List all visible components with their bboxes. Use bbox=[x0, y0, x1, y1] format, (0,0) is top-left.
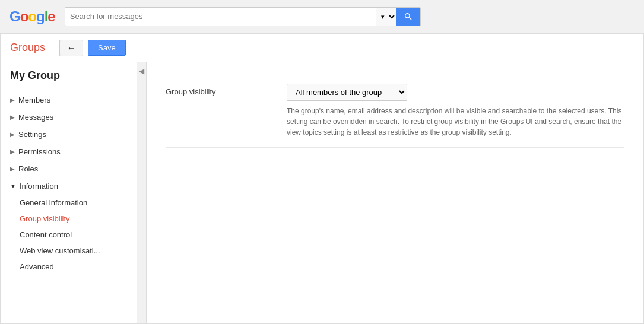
sidebar-item-messages[interactable]: ▶ Messages bbox=[1, 109, 137, 126]
chevron-right-icon: ▶ bbox=[10, 114, 15, 120]
subitem-label: Group visibility bbox=[20, 214, 70, 223]
sidebar-item-members[interactable]: ▶ Members bbox=[1, 91, 137, 109]
sidebar-subitem-web-view[interactable]: Web view customisati... bbox=[1, 243, 137, 259]
app-title: Groups bbox=[10, 42, 45, 54]
save-button[interactable]: Save bbox=[88, 40, 126, 56]
content-area: My Group ▶ Members ▶ Messages ▶ Settings… bbox=[1, 62, 643, 323]
search-input[interactable] bbox=[65, 8, 376, 26]
setting-control: All members of the group All organizatio… bbox=[287, 84, 624, 138]
subitem-label: Content control bbox=[20, 230, 72, 239]
setting-label: Group visibility bbox=[166, 84, 272, 96]
sidebar-item-label: Messages bbox=[18, 113, 53, 122]
sidebar-subitem-group-visibility[interactable]: Group visibility bbox=[1, 211, 137, 227]
subitem-label: Web view customisati... bbox=[20, 246, 100, 255]
group-name: My Group bbox=[1, 62, 137, 91]
sidebar-subitem-content-control[interactable]: Content control bbox=[1, 227, 137, 243]
sidebar-collapse-toggle[interactable]: ◀ bbox=[137, 62, 147, 323]
chevron-right-icon: ▶ bbox=[10, 166, 15, 172]
search-icon bbox=[404, 12, 413, 21]
sidebar-item-settings[interactable]: ▶ Settings bbox=[1, 126, 137, 143]
search-dropdown[interactable]: ▾ bbox=[376, 8, 396, 26]
sidebar-subitem-general-information[interactable]: General information bbox=[1, 195, 137, 211]
sidebar-item-permissions[interactable]: ▶ Permissions bbox=[1, 143, 137, 160]
group-visibility-row: Group visibility All members of the grou… bbox=[166, 74, 624, 148]
sidebar: My Group ▶ Members ▶ Messages ▶ Settings… bbox=[1, 62, 137, 323]
google-logo: Google bbox=[9, 8, 55, 25]
toolbar: Groups ← Save bbox=[1, 34, 643, 62]
main-container: Groups ← Save My Group ▶ Members ▶ Messa… bbox=[0, 33, 644, 324]
collapse-icon: ◀ bbox=[139, 67, 144, 75]
chevron-right-icon: ▶ bbox=[10, 148, 15, 155]
group-visibility-dropdown[interactable]: All members of the group All organizatio… bbox=[287, 84, 407, 101]
subitem-label: Advanced bbox=[20, 262, 54, 271]
top-bar: Google ▾ bbox=[0, 0, 644, 33]
sidebar-item-label: Roles bbox=[18, 164, 38, 173]
sidebar-item-roles[interactable]: ▶ Roles bbox=[1, 160, 137, 177]
subitem-label: General information bbox=[20, 198, 87, 207]
sidebar-item-label: Permissions bbox=[18, 147, 61, 156]
sidebar-subitem-advanced[interactable]: Advanced bbox=[1, 259, 137, 275]
main-panel: Group visibility All members of the grou… bbox=[147, 62, 643, 323]
sidebar-item-label: Members bbox=[18, 96, 50, 104]
search-bar: ▾ bbox=[65, 7, 421, 26]
sidebar-item-label: Information bbox=[20, 182, 58, 190]
chevron-down-icon: ▼ bbox=[10, 183, 16, 189]
chevron-right-icon: ▶ bbox=[10, 131, 15, 138]
sidebar-item-information[interactable]: ▼ Information bbox=[1, 177, 137, 195]
sidebar-item-label: Settings bbox=[18, 130, 46, 139]
setting-description: The group's name, email address and desc… bbox=[287, 106, 624, 138]
settings-section: Group visibility All members of the grou… bbox=[147, 62, 643, 160]
back-button[interactable]: ← bbox=[59, 40, 83, 56]
chevron-right-icon: ▶ bbox=[10, 97, 15, 103]
search-button[interactable] bbox=[396, 8, 420, 26]
